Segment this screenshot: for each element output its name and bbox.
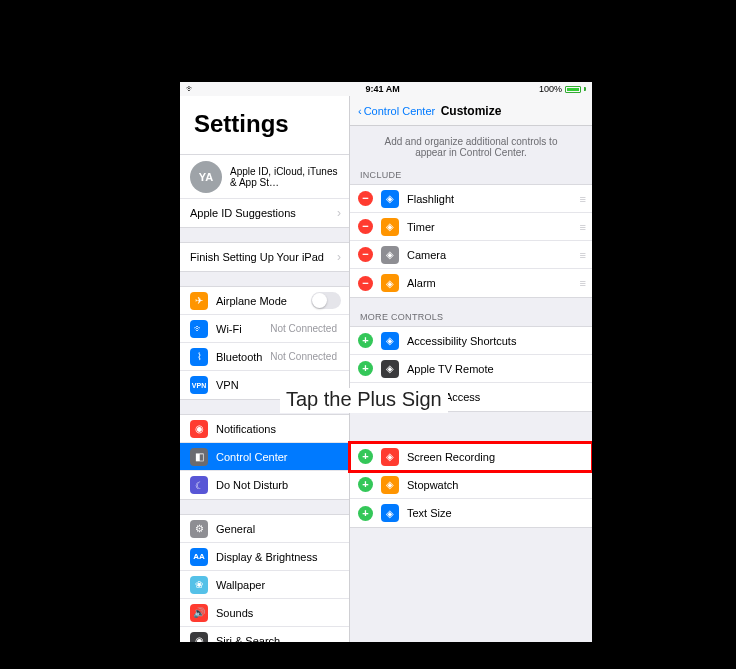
apple-id-row[interactable]: YA Apple ID, iCloud, iTunes & App St… (180, 155, 349, 199)
drag-handle-icon[interactable]: ≡ (580, 277, 584, 289)
drag-handle-icon[interactable]: ≡ (580, 193, 584, 205)
control-row[interactable]: +◈Stopwatch (350, 471, 592, 499)
apple-id-text: Apple ID, iCloud, iTunes & App St… (230, 166, 341, 188)
sidebar-display[interactable]: AA Display & Brightness (180, 543, 349, 571)
drag-handle-icon[interactable]: ≡ (580, 249, 584, 261)
control-icon: ◈ (381, 218, 399, 236)
add-button[interactable]: + (358, 333, 373, 348)
control-center-icon: ◧ (190, 448, 208, 466)
sidebar-dnd[interactable]: ☾ Do Not Disturb (180, 471, 349, 499)
control-row[interactable]: −◈Camera≡ (350, 241, 592, 269)
add-button[interactable]: + (358, 449, 373, 464)
display-icon: AA (190, 548, 208, 566)
airplane-icon: ✈ (190, 292, 208, 310)
apple-id-suggestions[interactable]: Apple ID Suggestions › (180, 199, 349, 227)
drag-handle-icon[interactable]: ≡ (580, 221, 584, 233)
sidebar-sounds[interactable]: 🔊 Sounds (180, 599, 349, 627)
more-group-2: +◈Screen Recording+◈Stopwatch+◈Text Size (350, 442, 592, 528)
sidebar-bluetooth[interactable]: ⌇ Bluetooth Not Connected (180, 343, 349, 371)
control-icon: ◈ (381, 476, 399, 494)
control-icon: ◈ (381, 448, 399, 466)
add-button[interactable]: + (358, 361, 373, 376)
battery-pct: 100% (539, 84, 562, 94)
sidebar-siri[interactable]: ◉ Siri & Search (180, 627, 349, 642)
sidebar-wallpaper[interactable]: ❀ Wallpaper (180, 571, 349, 599)
control-row[interactable]: +◈Apple TV Remote (350, 355, 592, 383)
remove-button[interactable]: − (358, 219, 373, 234)
control-icon: ◈ (381, 246, 399, 264)
control-label: Timer (407, 221, 435, 233)
control-icon: ◈ (381, 332, 399, 350)
battery-icon (565, 86, 581, 93)
chevron-right-icon: › (337, 206, 341, 220)
control-row[interactable]: −◈Flashlight≡ (350, 185, 592, 213)
control-label: Apple TV Remote (407, 363, 494, 375)
chevron-right-icon: › (337, 250, 341, 264)
chevron-left-icon: ‹ (358, 105, 362, 117)
page-description: Add and organize additional controls to … (350, 126, 592, 168)
control-icon: ◈ (381, 360, 399, 378)
include-label: INCLUDE (350, 168, 592, 184)
back-button[interactable]: ‹ Control Center (358, 105, 435, 117)
control-row[interactable]: +◈Text Size (350, 499, 592, 527)
vpn-icon: VPN (190, 376, 208, 394)
sidebar-control-center[interactable]: ◧ Control Center (180, 443, 349, 471)
annotation-caption: Tap the Plus Sign (280, 388, 448, 413)
more-label: MORE CONTROLS (350, 310, 592, 326)
wallpaper-icon: ❀ (190, 576, 208, 594)
sidebar-wifi[interactable]: ᯤ Wi-Fi Not Connected (180, 315, 349, 343)
control-row[interactable]: −◈Alarm≡ (350, 269, 592, 297)
include-group: −◈Flashlight≡−◈Timer≡−◈Camera≡−◈Alarm≡ (350, 184, 592, 298)
control-icon: ◈ (381, 504, 399, 522)
sidebar-notifications[interactable]: ◉ Notifications (180, 415, 349, 443)
notifications-icon: ◉ (190, 420, 208, 438)
control-row[interactable]: +◈Accessibility Shortcuts (350, 327, 592, 355)
settings-sidebar: Settings YA Apple ID, iCloud, iTunes & A… (180, 96, 350, 642)
control-icon: ◈ (381, 274, 399, 292)
wifi-icon: ᯤ (190, 320, 208, 338)
dnd-icon: ☾ (190, 476, 208, 494)
siri-icon: ◉ (190, 632, 208, 643)
settings-title: Settings (180, 96, 349, 154)
airplane-switch[interactable] (311, 292, 341, 309)
detail-pane: ‹ Control Center Customize Add and organ… (350, 96, 592, 642)
control-row[interactable]: −◈Timer≡ (350, 213, 592, 241)
control-label: Camera (407, 249, 446, 261)
add-button[interactable]: + (358, 477, 373, 492)
remove-button[interactable]: − (358, 276, 373, 291)
sidebar-general[interactable]: ⚙ General (180, 515, 349, 543)
sidebar-airplane[interactable]: ✈ Airplane Mode (180, 287, 349, 315)
ipad-settings-screenshot: ᯤ 9:41 AM 100% Settings YA Apple ID, iCl… (180, 82, 592, 642)
control-label: Flashlight (407, 193, 454, 205)
sounds-icon: 🔊 (190, 604, 208, 622)
wifi-icon: ᯤ (186, 84, 195, 94)
remove-button[interactable]: − (358, 191, 373, 206)
gear-icon: ⚙ (190, 520, 208, 538)
control-row[interactable]: +◈Screen Recording (350, 443, 592, 471)
nav-bar: ‹ Control Center Customize (350, 96, 592, 126)
bluetooth-icon: ⌇ (190, 348, 208, 366)
control-icon: ◈ (381, 190, 399, 208)
finish-setup-row[interactable]: Finish Setting Up Your iPad › (180, 243, 349, 271)
add-button[interactable]: + (358, 506, 373, 521)
status-time: 9:41 AM (365, 84, 399, 94)
control-label: Text Size (407, 507, 452, 519)
status-bar: ᯤ 9:41 AM 100% (180, 82, 592, 96)
page-title: Customize (441, 104, 502, 118)
control-label: Alarm (407, 277, 436, 289)
remove-button[interactable]: − (358, 247, 373, 262)
control-label: Accessibility Shortcuts (407, 335, 516, 347)
control-label: Screen Recording (407, 451, 495, 463)
control-label: Stopwatch (407, 479, 458, 491)
avatar: YA (190, 161, 222, 193)
